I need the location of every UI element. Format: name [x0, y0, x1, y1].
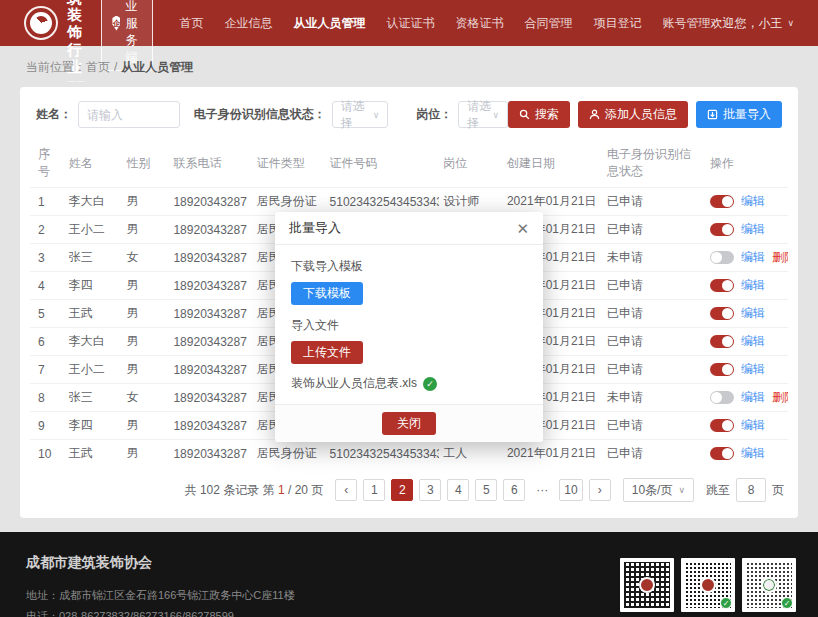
status-toggle[interactable] — [710, 391, 734, 404]
column-header: 岗位 — [439, 140, 503, 188]
search-button[interactable]: 搜索 — [508, 101, 570, 128]
nav-item-资格证书[interactable]: 资格证书 — [455, 15, 503, 32]
status-toggle[interactable] — [710, 279, 734, 292]
footer-main: 成都市建筑装饰协会 地址：成都市锦江区金石路166号锦江政务中心C座11楼 电话… — [0, 532, 818, 617]
prev-page-button[interactable]: ‹ — [335, 479, 357, 501]
edit-link[interactable]: 编辑 — [741, 277, 765, 294]
delete-link[interactable]: 删除 — [772, 389, 788, 406]
cell-post: 工人 — [439, 440, 503, 468]
cell-actions: 编辑 — [706, 328, 788, 356]
name-filter-input[interactable] — [78, 101, 180, 128]
pagination: 共 102 条记录 第 1 / 20 页 ‹ 123456···10 › 10条… — [30, 467, 788, 504]
cell-gender: 男 — [122, 216, 169, 244]
status-toggle[interactable] — [710, 335, 734, 348]
cell-name: 李四 — [65, 272, 123, 300]
page-buttons: 123456···10 — [363, 479, 582, 501]
download-template-button[interactable]: 下载模板 — [291, 282, 363, 305]
eid-status-select[interactable]: 请选择 ∨ — [332, 101, 389, 128]
cell-phone: 18920343287 — [169, 300, 252, 328]
cell-actions: 编辑 — [706, 356, 788, 384]
cell-phone: 18920343287 — [169, 188, 252, 216]
nav-item-从业人员管理[interactable]: 从业人员管理 — [293, 15, 365, 32]
status-toggle[interactable] — [710, 363, 734, 376]
cell-status: 已申请 — [603, 272, 706, 300]
user-menu[interactable]: 欢迎您，小王 ∨ — [710, 15, 794, 32]
page-button-6[interactable]: 6 — [503, 479, 525, 501]
page-button-5[interactable]: 5 — [475, 479, 497, 501]
status-toggle[interactable] — [710, 307, 734, 320]
next-page-button[interactable]: › — [589, 479, 611, 501]
cell-phone: 18920343287 — [169, 272, 252, 300]
edit-link[interactable]: 编辑 — [741, 417, 765, 434]
page-button-2[interactable]: 2 — [391, 479, 413, 501]
delete-link[interactable]: 删除 — [772, 249, 788, 266]
batch-import-modal: 批量导入 ✕ 下载导入模板 下载模板 导入文件 上传文件 装饰从业人员信息表.x… — [275, 212, 543, 442]
cell-name: 王小二 — [65, 216, 123, 244]
page-size-select[interactable]: 10条/页 ∨ — [623, 478, 694, 502]
close-modal-button[interactable]: 关闭 — [382, 412, 436, 435]
row-actions: 编辑删除 — [710, 249, 784, 266]
cell-phone: 18920343287 — [169, 440, 252, 468]
nav-item-认证证书[interactable]: 认证证书 — [386, 15, 434, 32]
upload-file-button[interactable]: 上传文件 — [291, 341, 363, 364]
status-toggle[interactable] — [710, 195, 734, 208]
edit-link[interactable]: 编辑 — [741, 445, 765, 462]
cell-gender: 男 — [122, 300, 169, 328]
column-header: 操作 — [706, 140, 788, 188]
cell-no: 6 — [30, 328, 65, 356]
edit-link[interactable]: 编辑 — [741, 249, 765, 266]
page-button-1[interactable]: 1 — [363, 479, 385, 501]
jump-page-input[interactable] — [736, 478, 766, 502]
nav-item-项目登记[interactable]: 项目登记 — [593, 15, 641, 32]
edit-link[interactable]: 编辑 — [741, 221, 765, 238]
name-filter-label: 姓名： — [36, 106, 72, 123]
close-icon[interactable]: ✕ — [516, 221, 529, 236]
page-button-10[interactable]: 10 — [559, 479, 582, 501]
qr-center-logo-icon — [639, 577, 655, 593]
cell-status: 已申请 — [603, 356, 706, 384]
edit-link[interactable]: 编辑 — [741, 305, 765, 322]
nav-item-账号管理[interactable]: 账号管理 — [662, 15, 710, 32]
page-button-4[interactable]: 4 — [447, 479, 469, 501]
post-select[interactable]: 请选择 ∨ — [458, 101, 508, 128]
qr-code-icon: ✓ — [742, 558, 796, 612]
cell-phone: 18920343287 — [169, 412, 252, 440]
edit-link[interactable]: 编辑 — [741, 193, 765, 210]
cell-actions: 编辑删除 — [706, 384, 788, 412]
breadcrumb-home-link[interactable]: 首页 — [86, 60, 110, 74]
cell-actions: 编辑 — [706, 272, 788, 300]
status-toggle[interactable] — [710, 251, 734, 264]
edit-link[interactable]: 编辑 — [741, 333, 765, 350]
nav-item-首页[interactable]: 首页 — [179, 15, 203, 32]
cell-name: 李大白 — [65, 188, 123, 216]
edit-link[interactable]: 编辑 — [741, 361, 765, 378]
nav-item-合同管理[interactable]: 合同管理 — [524, 15, 572, 32]
status-toggle[interactable] — [710, 223, 734, 236]
qr-item: ✓便民装 — [742, 558, 796, 617]
filter-bar: 姓名： 电子身份识别信息状态： 请选择 ∨ 岗位： 请选择 ∨ 搜索 添加人员信… — [30, 99, 788, 140]
column-header: 联系电话 — [169, 140, 252, 188]
edit-link[interactable]: 编辑 — [741, 389, 765, 406]
qr-check-badge-icon: ✓ — [781, 597, 793, 609]
main-nav: 首页企业信息从业人员管理认证证书资格证书合同管理项目登记账号管理 — [179, 15, 710, 32]
batch-import-button[interactable]: 批量导入 — [696, 101, 782, 128]
cell-gender: 女 — [122, 244, 169, 272]
cell-phone: 18920343287 — [169, 216, 252, 244]
cell-no: 8 — [30, 384, 65, 412]
modal-title: 批量导入 — [289, 219, 341, 237]
row-actions: 编辑 — [710, 277, 784, 294]
nav-item-企业信息[interactable]: 企业信息 — [224, 15, 272, 32]
qr-code-icon: ✓ — [681, 558, 735, 612]
column-header: 性别 — [122, 140, 169, 188]
status-toggle[interactable] — [710, 447, 734, 460]
cell-status: 未申请 — [603, 384, 706, 412]
qr-item: 官方微信 — [620, 558, 674, 617]
row-actions: 编辑 — [710, 417, 784, 434]
cell-no: 5 — [30, 300, 65, 328]
cell-name: 张三 — [65, 384, 123, 412]
cell-status: 已申请 — [603, 440, 706, 468]
add-person-button[interactable]: 添加人员信息 — [578, 101, 688, 128]
status-toggle[interactable] — [710, 419, 734, 432]
cell-gender: 男 — [122, 356, 169, 384]
page-button-3[interactable]: 3 — [419, 479, 441, 501]
